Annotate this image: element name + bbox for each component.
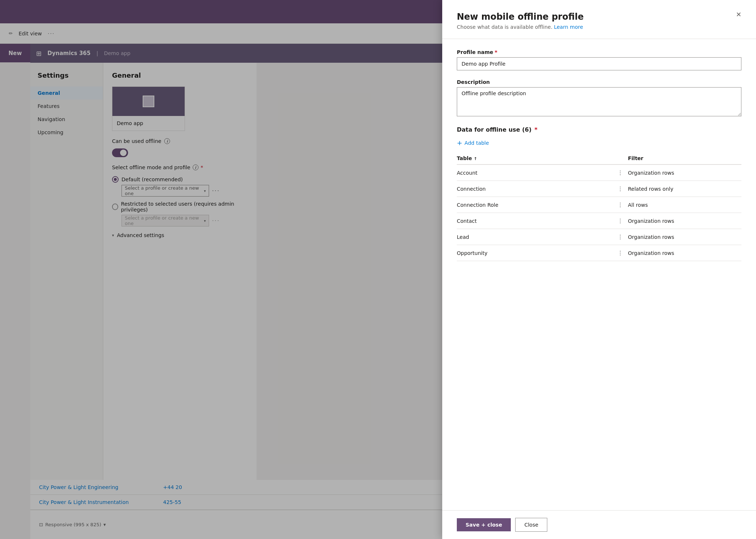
profile-name-label: Profile name * bbox=[457, 49, 741, 55]
table-header-filter: Filter bbox=[628, 152, 741, 164]
row-name: Account bbox=[457, 164, 613, 181]
row-dots[interactable]: ⋮ bbox=[613, 213, 628, 229]
row-filter: Related rows only bbox=[628, 181, 741, 197]
row-filter: Organization rows bbox=[628, 164, 741, 181]
add-table-button[interactable]: + Add table bbox=[457, 139, 489, 147]
learn-more-link[interactable]: Learn more bbox=[554, 24, 583, 30]
table-header-name: Table ↑ bbox=[457, 152, 613, 164]
modal-panel: New mobile offline profile Choose what d… bbox=[442, 0, 756, 539]
profile-name-field: Profile name * bbox=[457, 49, 741, 70]
row-name: Contact bbox=[457, 213, 613, 229]
description-label: Description bbox=[457, 79, 741, 85]
row-name: Lead bbox=[457, 229, 613, 245]
row-dots[interactable]: ⋮ bbox=[613, 164, 628, 181]
table-row: Connection ⋮ Related rows only bbox=[457, 181, 741, 197]
data-table-required: * bbox=[535, 126, 537, 133]
row-dots[interactable]: ⋮ bbox=[613, 245, 628, 261]
save-close-button[interactable]: Save + close bbox=[457, 518, 511, 531]
row-dots[interactable]: ⋮ bbox=[613, 181, 628, 197]
modal-footer: Save + close Close bbox=[442, 510, 756, 539]
table-row: Account ⋮ Organization rows bbox=[457, 164, 741, 181]
row-name: Opportunity bbox=[457, 245, 613, 261]
profile-name-input[interactable] bbox=[457, 57, 741, 70]
row-dots[interactable]: ⋮ bbox=[613, 197, 628, 213]
data-section-title: Data for offline use (6) * bbox=[457, 126, 741, 133]
description-field: Description Offline profile description bbox=[457, 79, 741, 117]
data-table-section: Data for offline use (6) * + Add table T… bbox=[457, 126, 741, 261]
close-modal-button[interactable]: Close bbox=[515, 518, 547, 532]
modal-close-button[interactable]: ✕ bbox=[733, 9, 744, 20]
row-filter: Organization rows bbox=[628, 213, 741, 229]
row-filter: Organization rows bbox=[628, 229, 741, 245]
sort-arrow-icon[interactable]: ↑ bbox=[474, 156, 477, 161]
table-row: Opportunity ⋮ Organization rows bbox=[457, 245, 741, 261]
table-header-dots bbox=[613, 152, 628, 164]
table-row: Lead ⋮ Organization rows bbox=[457, 229, 741, 245]
description-textarea[interactable]: Offline profile description bbox=[457, 87, 741, 116]
modal-subtitle: Choose what data is available offline. L… bbox=[457, 24, 741, 30]
row-name: Connection Role bbox=[457, 197, 613, 213]
modal-header: New mobile offline profile Choose what d… bbox=[442, 0, 756, 39]
table-row: Connection Role ⋮ All rows bbox=[457, 197, 741, 213]
table-row: Contact ⋮ Organization rows bbox=[457, 213, 741, 229]
row-name: Connection bbox=[457, 181, 613, 197]
profile-name-required: * bbox=[495, 49, 497, 55]
row-filter: All rows bbox=[628, 197, 741, 213]
row-filter: Organization rows bbox=[628, 245, 741, 261]
row-dots[interactable]: ⋮ bbox=[613, 229, 628, 245]
modal-title: New mobile offline profile bbox=[457, 12, 741, 22]
offline-data-table: Table ↑ Filter Account ⋮ Organization ro… bbox=[457, 152, 741, 261]
modal-body: Profile name * Description Offline profi… bbox=[442, 39, 756, 510]
plus-icon: + bbox=[457, 139, 462, 147]
